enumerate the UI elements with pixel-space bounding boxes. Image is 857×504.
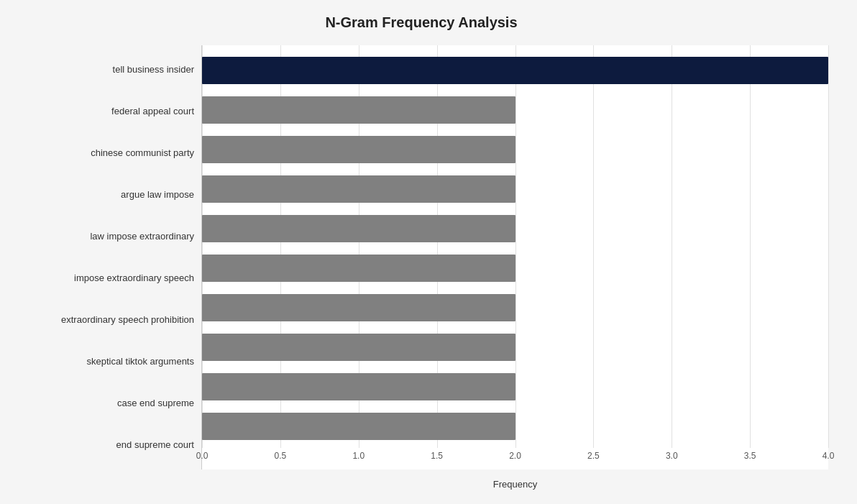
- y-label: case end supreme: [14, 385, 194, 422]
- bar-2: [202, 136, 515, 163]
- x-tick: 0.0: [196, 451, 208, 461]
- bar-7: [202, 334, 515, 361]
- y-label: chinese communist party: [14, 134, 194, 172]
- bar-row: [202, 250, 828, 286]
- bar-4: [202, 215, 515, 242]
- x-axis: 0.00.51.01.52.02.53.03.54.0: [202, 448, 828, 469]
- x-tick: 1.0: [352, 451, 365, 461]
- x-tick: 1.5: [431, 451, 443, 461]
- y-label: skeptical tiktok arguments: [14, 343, 194, 380]
- bar-row: [202, 369, 828, 405]
- bar-row: [202, 92, 828, 128]
- bar-row: [202, 52, 828, 88]
- chart-area: tell business insiderfederal appeal cour…: [14, 45, 828, 469]
- x-tick: 0.5: [275, 451, 287, 461]
- x-tick: 2.0: [509, 451, 521, 461]
- bar-5: [202, 255, 515, 282]
- bar-row: [202, 171, 828, 207]
- chart-title: N-Gram Frequency Analysis: [14, 14, 828, 31]
- bar-0: [202, 57, 828, 84]
- y-label: law impose extraordinary: [14, 218, 194, 255]
- bar-row: [202, 329, 828, 365]
- y-labels: tell business insiderfederal appeal cour…: [14, 45, 201, 469]
- y-label: tell business insider: [14, 51, 194, 88]
- bar-1: [202, 96, 515, 124]
- bar-6: [202, 294, 515, 321]
- y-label: federal appeal court: [14, 93, 194, 130]
- bar-row: [202, 408, 828, 444]
- x-tick: 3.5: [744, 451, 756, 461]
- y-label: extraordinary speech prohibition: [14, 301, 194, 339]
- bar-row: [202, 211, 828, 247]
- bars-area: 0.00.51.01.52.02.53.03.54.0 Frequency: [201, 45, 828, 469]
- chart-outer: tell business insiderfederal appeal cour…: [14, 45, 828, 498]
- x-axis-label: Frequency: [493, 479, 537, 490]
- bar-9: [202, 413, 515, 440]
- grid-line: [828, 45, 829, 448]
- x-tick: 4.0: [822, 451, 835, 461]
- y-label: impose extraordinary speech: [14, 260, 194, 297]
- bar-row: [202, 132, 828, 168]
- x-tick: 2.5: [587, 451, 600, 461]
- bar-3: [202, 175, 515, 203]
- x-tick: 3.0: [666, 451, 678, 461]
- bars-wrapper: [202, 49, 828, 448]
- y-label: argue law impose: [14, 176, 194, 214]
- chart-container: N-Gram Frequency Analysis tell business …: [0, 0, 857, 504]
- y-label: end supreme court: [14, 426, 194, 464]
- bar-row: [202, 290, 828, 326]
- bar-8: [202, 373, 515, 400]
